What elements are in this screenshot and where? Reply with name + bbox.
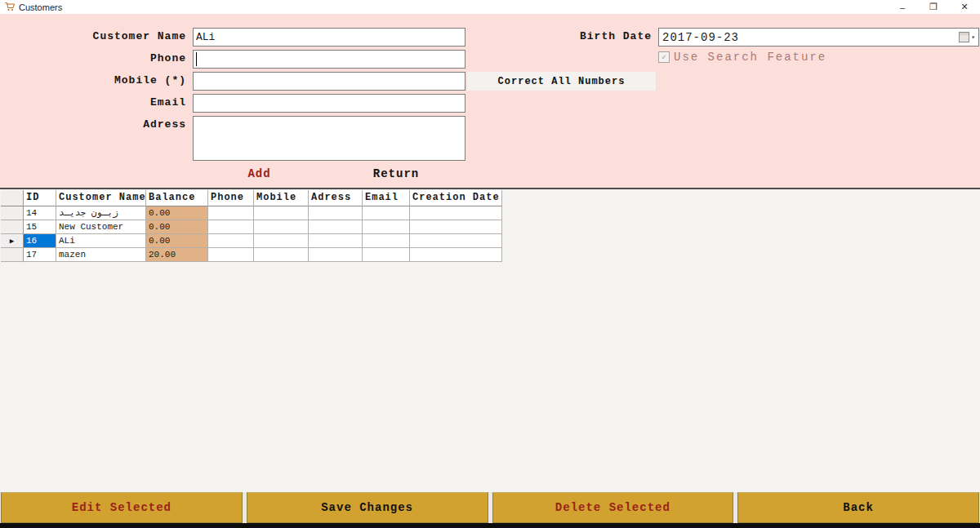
table-cell-adress[interactable] [309,234,363,248]
correct-all-numbers-button[interactable]: Correct All Numbers [467,72,656,91]
table-cell-email[interactable] [363,220,410,234]
add-button[interactable]: Add [220,167,298,180]
table-cell-name[interactable]: New Customer [56,220,146,234]
table-cell-email[interactable] [363,248,410,262]
table-cell-name[interactable]: زبـون جديـد [56,206,146,220]
current-row-arrow-icon: ▶ [10,237,14,246]
table-cell-balance[interactable]: 0.00 [146,234,208,248]
row-selector[interactable] [1,206,24,220]
text-caret [196,52,197,66]
table-cell-creation[interactable] [410,206,502,220]
return-button[interactable]: Return [351,167,441,180]
birth-date-value: 2017-09-23 [659,31,959,44]
table-cell-id[interactable]: 15 [24,220,56,234]
customers-grid-area: ID Customer Name Balance Phone Mobile Ad… [0,188,980,492]
table-cell-creation[interactable] [410,234,502,248]
table-cell-email[interactable] [363,234,410,248]
title-bar: Customers – ❐ ✕ [0,0,980,14]
column-header-id[interactable]: ID [24,190,56,206]
window-title: Customers [19,2,62,12]
edit-selected-button[interactable]: Edit Selected [1,492,243,523]
table-cell-balance[interactable]: 0.00 [146,206,208,220]
column-header-customer-name[interactable]: Customer Name [56,190,146,206]
table-cell-adress[interactable] [309,248,363,262]
delete-selected-button[interactable]: Delete Selected [492,492,734,523]
save-changes-button[interactable]: Save Changes [247,492,488,523]
customer-name-input[interactable] [193,28,466,47]
email-input[interactable] [193,94,466,113]
column-header-phone[interactable]: Phone [208,190,254,206]
table-cell-id[interactable]: 14 [24,206,56,220]
bottom-strip [0,523,980,528]
table-cell-phone[interactable] [208,234,254,248]
table-cell-balance[interactable]: 0.00 [146,220,208,234]
birth-date-label: Birth Date [466,30,652,43]
column-header-adress[interactable]: Adress [309,190,363,206]
table-cell-id-selected[interactable]: 16 [24,234,56,248]
phone-input[interactable] [193,50,466,69]
row-selector-current[interactable]: ▶ [1,234,24,248]
column-header-creation-date[interactable]: Creation Date [410,190,502,206]
table-cell-mobile[interactable] [254,234,309,248]
use-search-checkbox[interactable]: ✓ [658,51,670,63]
table-cell-phone[interactable] [208,248,254,262]
table-cell-name[interactable]: mazen [56,248,146,262]
restore-button[interactable]: ❐ [918,0,949,14]
table-cell-phone[interactable] [208,220,254,234]
column-header-mobile[interactable]: Mobile [254,190,309,206]
column-header-balance[interactable]: Balance [146,190,208,206]
minimize-button[interactable]: – [887,0,918,14]
table-cell-creation[interactable] [410,248,502,262]
table-cell-adress[interactable] [309,206,363,220]
phone-label: Phone [0,52,186,65]
table-cell-mobile[interactable] [254,220,309,234]
use-search-label: Use Search Feature [674,51,826,64]
row-selector[interactable] [1,248,24,262]
birth-date-picker[interactable]: 2017-09-23 ▾ [658,28,979,47]
mobile-input[interactable] [193,72,466,91]
customer-name-label: Customer Name [0,30,186,43]
email-label: Email [0,96,186,109]
customers-table: ID Customer Name Balance Phone Mobile Ad… [1,190,502,262]
adress-textarea[interactable] [193,116,466,161]
mobile-label: Mobile (*) [0,74,186,87]
table-cell-phone[interactable] [208,206,254,220]
back-button[interactable]: Back [737,492,979,523]
table-cell-mobile[interactable] [254,206,309,220]
table-cell-name[interactable]: ALi [56,234,146,248]
table-cell-email[interactable] [363,206,410,220]
window-controls: – ❐ ✕ [887,0,980,14]
calendar-icon [959,32,969,42]
close-button[interactable]: ✕ [949,0,980,14]
table-cell-adress[interactable] [309,220,363,234]
column-header-selector[interactable] [1,190,24,206]
table-cell-balance[interactable]: 20.00 [146,248,208,262]
adress-label: Adress [0,118,186,131]
customer-form: Customer Name Phone Mobile (*) Correct A… [0,14,980,188]
shopping-cart-icon [5,2,15,11]
footer-toolbar: Edit Selected Save Changes Delete Select… [0,492,980,523]
row-selector[interactable] [1,220,24,234]
column-header-email[interactable]: Email [363,190,410,206]
table-cell-id[interactable]: 17 [24,248,56,262]
table-cell-mobile[interactable] [254,248,309,262]
use-search-feature-option[interactable]: ✓ Use Search Feature [658,51,826,64]
table-cell-creation[interactable] [410,220,502,234]
chevron-down-icon[interactable]: ▾ [971,33,975,41]
